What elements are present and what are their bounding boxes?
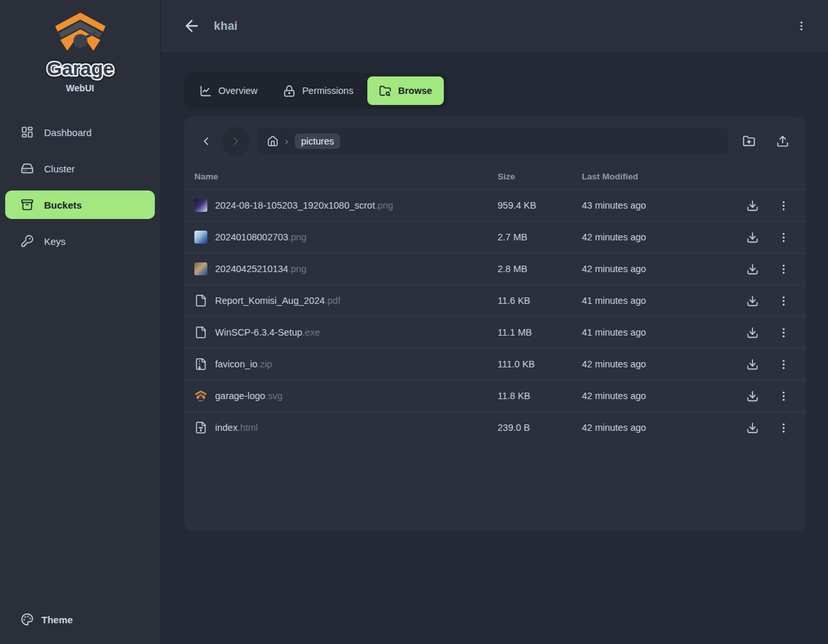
sidebar-item-dashboard[interactable]: Dashboard [5, 118, 155, 146]
sidebar-item-buckets[interactable]: Buckets [5, 190, 155, 219]
theme-button[interactable]: Theme [5, 608, 88, 631]
sidebar: Garage Garage Garage WebUI Dashboard Clu… [0, 0, 161, 644]
bucket-title: khai [214, 19, 780, 33]
nav-forward-button[interactable] [222, 127, 250, 155]
table-row[interactable]: 2024-08-18-105203_1920x1080_scrot.png959… [184, 189, 806, 221]
table-header: Name Size Last Modified [184, 163, 806, 189]
sidebar-item-label: Cluster [44, 163, 75, 174]
download-button[interactable] [740, 193, 765, 218]
file-size: 111.0 KB [498, 359, 582, 369]
file-size: 239.0 B [498, 422, 582, 433]
kebab-menu-icon [777, 422, 790, 434]
download-button[interactable] [740, 225, 765, 249]
row-menu-button[interactable] [771, 415, 796, 440]
table-row[interactable]: index.html239.0 B42 minutes ago [184, 411, 806, 443]
kebab-menu-icon [777, 200, 790, 212]
file-name[interactable]: index.html [215, 422, 258, 433]
breadcrumb-separator: › [285, 136, 288, 146]
thumbnail-tan [194, 262, 207, 275]
table-row[interactable]: Report_Komisi_Aug_2024.pdf11.6 KB41 minu… [184, 284, 806, 316]
bucket-header: khai [161, 0, 828, 52]
table-row[interactable]: garage-logo.svg11.8 KB42 minutes ago [184, 380, 806, 411]
nav-back-button[interactable] [194, 130, 218, 153]
file-icon [194, 326, 207, 339]
download-button[interactable] [740, 320, 765, 345]
download-icon [746, 422, 759, 434]
file-size: 2.7 MB [498, 232, 582, 242]
buckets-icon [21, 198, 34, 211]
dashboard-icon [21, 126, 34, 139]
lock-icon [283, 85, 295, 97]
file-modified: 42 minutes ago [582, 422, 731, 433]
theme-label: Theme [41, 614, 73, 625]
cluster-icon [21, 162, 34, 175]
file-name[interactable]: 20240108002703.png [215, 232, 306, 242]
row-menu-button[interactable] [771, 193, 796, 218]
chevron-left-icon [200, 135, 213, 148]
row-menu-button[interactable] [771, 352, 796, 376]
tab-label: Permissions [302, 86, 353, 96]
kebab-menu-icon [777, 263, 790, 275]
row-menu-button[interactable] [771, 257, 796, 281]
file-name[interactable]: WinSCP-6.3.4-Setup.exe [215, 327, 320, 338]
file-name[interactable]: Report_Komisi_Aug_2024.pdf [215, 295, 340, 306]
home-icon[interactable] [267, 135, 279, 147]
new-folder-button[interactable] [736, 128, 762, 154]
file-icon [194, 294, 207, 307]
table-row[interactable]: 20240425210134.png2.8 MB42 minutes ago [184, 253, 806, 284]
main-area: khai Overview Permissions Browse [161, 0, 828, 644]
tab-browse[interactable]: Browse [367, 76, 443, 105]
row-menu-button[interactable] [771, 288, 796, 313]
download-icon [746, 200, 759, 212]
tab-overview[interactable]: Overview [188, 76, 269, 105]
back-button[interactable] [183, 17, 201, 35]
tab-label: Overview [218, 86, 257, 96]
download-button[interactable] [740, 384, 765, 408]
file-size: 11.6 KB [498, 295, 582, 306]
file-name[interactable]: favicon_io.zip [215, 359, 272, 369]
svg-text:Garage: Garage [47, 58, 113, 79]
kebab-menu-icon [777, 295, 790, 307]
sidebar-item-label: Keys [44, 236, 65, 247]
file-modified: 43 minutes ago [582, 200, 731, 211]
tab-permissions[interactable]: Permissions [271, 76, 365, 105]
breadcrumb-bar: › pictures [184, 117, 806, 163]
file-list: 2024-08-18-105203_1920x1080_scrot.png959… [184, 189, 806, 443]
sidebar-item-keys[interactable]: Keys [5, 227, 155, 255]
sidebar-item-label: Dashboard [44, 127, 91, 138]
download-button[interactable] [740, 257, 765, 281]
table-row[interactable]: WinSCP-6.3.4-Setup.exe11.1 MB41 minutes … [184, 316, 806, 348]
download-icon [746, 327, 759, 339]
breadcrumb-segment[interactable]: pictures [295, 133, 341, 149]
sidebar-nav: Dashboard Cluster Buckets Keys [0, 100, 160, 255]
chart-line-icon [200, 85, 212, 97]
row-menu-button[interactable] [771, 384, 796, 408]
kebab-menu-icon [777, 358, 790, 371]
download-icon [746, 390, 759, 402]
download-button[interactable] [740, 288, 765, 313]
file-name[interactable]: 20240425210134.png [215, 264, 306, 274]
file-size: 959.4 KB [498, 200, 582, 211]
table-row[interactable]: 20240108002703.png2.7 MB42 minutes ago [184, 221, 806, 253]
download-button[interactable] [740, 352, 765, 376]
download-button[interactable] [740, 415, 765, 440]
row-menu-button[interactable] [771, 225, 796, 249]
thumbnail-dark [194, 199, 207, 212]
download-icon [746, 263, 759, 275]
row-menu-button[interactable] [771, 320, 796, 345]
bucket-menu-button[interactable] [793, 17, 810, 34]
file-name[interactable]: garage-logo.svg [215, 391, 282, 401]
file-modified: 42 minutes ago [582, 359, 731, 369]
upload-icon [776, 135, 789, 148]
table-row[interactable]: favicon_io.zip111.0 KB42 minutes ago [184, 348, 806, 380]
file-name[interactable]: 2024-08-18-105203_1920x1080_scrot.png [215, 200, 393, 211]
upload-button[interactable] [770, 128, 796, 154]
folder-search-icon [379, 85, 391, 97]
tab-bar: Overview Permissions Browse [184, 73, 448, 109]
download-icon [746, 358, 759, 371]
kebab-menu-icon [777, 327, 790, 339]
folder-plus-icon [742, 135, 755, 148]
column-header-modified: Last Modified [582, 172, 731, 181]
sidebar-item-cluster[interactable]: Cluster [5, 154, 155, 183]
download-icon [746, 295, 759, 307]
